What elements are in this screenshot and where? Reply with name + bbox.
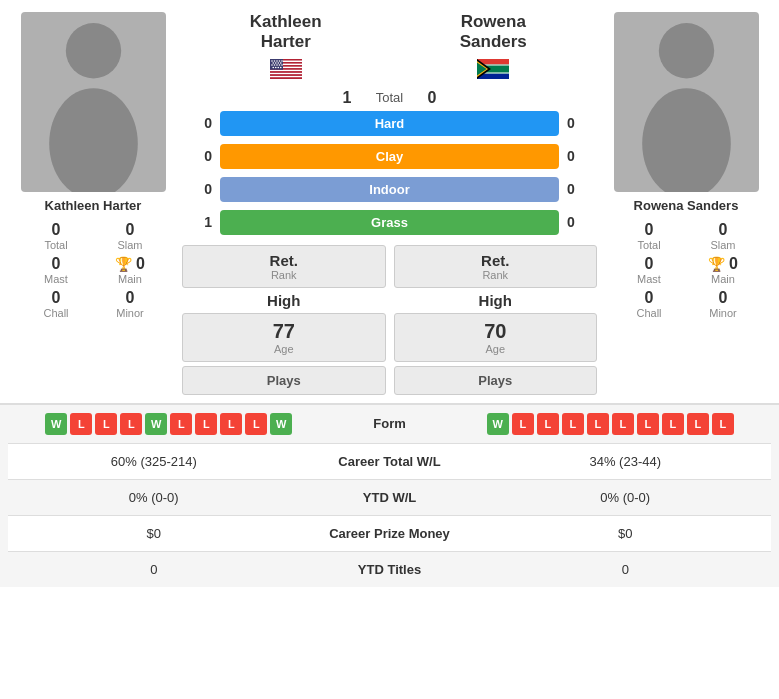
form-row: W L L L W L L L L W Form W L L L L L L L [8, 405, 771, 444]
right-plays: Plays [394, 366, 598, 395]
svg-point-50 [642, 88, 731, 192]
surface-row-clay: 0 Clay 0 [182, 142, 597, 171]
left-age-value: 77 [191, 320, 377, 343]
indoor-btn[interactable]: Indoor [220, 177, 559, 202]
ytd-wl-row: 0% (0-0) YTD W/L 0% (0-0) [8, 480, 771, 516]
left-ytd-titles: 0 [8, 562, 300, 577]
left-rank-label: Rank [191, 269, 377, 281]
right-rank-panel: Ret. Rank [394, 245, 598, 288]
left-total-score: 1 [322, 89, 352, 107]
svg-point-16 [271, 60, 273, 62]
svg-point-30 [272, 66, 274, 68]
right-player-name: Rowena Sanders [634, 198, 739, 213]
left-stat-slam: 0 Slam [97, 221, 163, 251]
svg-point-20 [281, 60, 283, 62]
age-row: 77 Age 70 Age [182, 313, 597, 362]
total-label: Total [360, 90, 420, 105]
hard-btn[interactable]: Hard [220, 111, 559, 136]
svg-point-17 [273, 60, 275, 62]
right-stat-chall: 0 Chall [616, 289, 682, 319]
left-player-stats: 0 Total 0 Slam 0 Mast 🏆 0 Main [23, 221, 163, 319]
badge-w3: W [270, 413, 292, 435]
badge-w2: W [145, 413, 167, 435]
clay-score-right: 0 [567, 148, 597, 164]
left-form-badges: W L L L W L L L L W [8, 413, 330, 435]
left-minor-label: Minor [116, 307, 144, 319]
right-minor-label: Minor [709, 307, 737, 319]
left-minor-value: 0 [126, 289, 135, 307]
form-label: Form [330, 416, 450, 431]
left-flag [182, 59, 390, 79]
rbadge-l9: L [712, 413, 734, 435]
right-plays-value: Plays [403, 373, 589, 388]
right-slam-label: Slam [710, 239, 735, 251]
clay-score-left: 0 [182, 148, 212, 164]
right-main-label: Main [711, 273, 735, 285]
svg-rect-10 [270, 71, 302, 73]
left-slam-label: Slam [117, 239, 142, 251]
left-name-line1: Kathleen [250, 12, 322, 31]
left-name-header: Kathleen Harter [182, 12, 390, 53]
us-flag-icon [270, 59, 302, 79]
right-career-wl: 34% (23-44) [480, 454, 772, 469]
rbadge-l8: L [687, 413, 709, 435]
right-player-stats: 0 Total 0 Slam 0 Mast 🏆 0 Main [616, 221, 756, 319]
right-flag [390, 59, 598, 79]
rbadge-l3: L [562, 413, 584, 435]
svg-rect-9 [270, 70, 302, 72]
left-avatar [21, 12, 166, 192]
right-age-label: Age [403, 343, 589, 355]
right-total-value: 0 [645, 221, 654, 239]
svg-point-22 [275, 62, 277, 64]
rbadge-l1: L [512, 413, 534, 435]
left-stat-main: 🏆 0 Main [97, 255, 163, 285]
svg-point-26 [273, 64, 275, 66]
right-rank-label: Rank [403, 269, 589, 281]
rbadge-l5: L [612, 413, 634, 435]
prize-row: $0 Career Prize Money $0 [8, 516, 771, 552]
left-main-label: Main [118, 273, 142, 285]
prize-label: Career Prize Money [300, 526, 480, 541]
left-slam-value: 0 [126, 221, 135, 239]
svg-rect-12 [270, 74, 302, 76]
left-name-line2: Harter [261, 32, 311, 51]
left-high: High [182, 292, 386, 309]
right-prize: $0 [480, 526, 772, 541]
right-minor-value: 0 [719, 289, 728, 307]
left-plays-value: Plays [191, 373, 377, 388]
svg-point-29 [281, 64, 283, 66]
silhouette-right-icon [614, 12, 759, 192]
badge-l2: L [95, 413, 117, 435]
svg-point-23 [277, 62, 279, 64]
grass-btn[interactable]: Grass [220, 210, 559, 235]
plays-row: Plays Plays [182, 366, 597, 395]
left-ytd-wl: 0% (0-0) [8, 490, 300, 505]
badge-l4: L [170, 413, 192, 435]
left-stat-minor: 0 Minor [97, 289, 163, 319]
left-chall-value: 0 [52, 289, 61, 307]
ytd-titles-label: YTD Titles [300, 562, 480, 577]
right-stat-slam: 0 Slam [690, 221, 756, 251]
right-mast-label: Mast [637, 273, 661, 285]
left-plays: Plays [182, 366, 386, 395]
left-rank-panel: Ret. Rank [182, 245, 386, 288]
svg-point-49 [658, 23, 713, 78]
right-ytd-wl: 0% (0-0) [480, 490, 772, 505]
left-age: 77 Age [182, 313, 386, 362]
svg-rect-11 [270, 73, 302, 75]
left-total-label: Total [44, 239, 67, 251]
right-name-header: Rowena Sanders [390, 12, 598, 53]
rbadge-l6: L [637, 413, 659, 435]
players-section: Kathleen Harter 0 Total 0 Slam 0 Mast 🏆 [0, 0, 779, 403]
left-player: Kathleen Harter 0 Total 0 Slam 0 Mast 🏆 [8, 12, 178, 395]
left-stat-mast: 0 Mast [23, 255, 89, 285]
trophy-left-icon: 🏆 [115, 256, 132, 272]
right-stat-mast: 0 Mast [616, 255, 682, 285]
right-chall-value: 0 [645, 289, 654, 307]
clay-btn[interactable]: Clay [220, 144, 559, 169]
right-rank-value: Ret. [403, 252, 589, 269]
right-name-line2: Sanders [460, 32, 527, 51]
badge-l3: L [120, 413, 142, 435]
rank-high-panels: Ret. Rank Ret. Rank [182, 245, 597, 288]
screen: Kathleen Harter 0 Total 0 Slam 0 Mast 🏆 [0, 0, 779, 587]
